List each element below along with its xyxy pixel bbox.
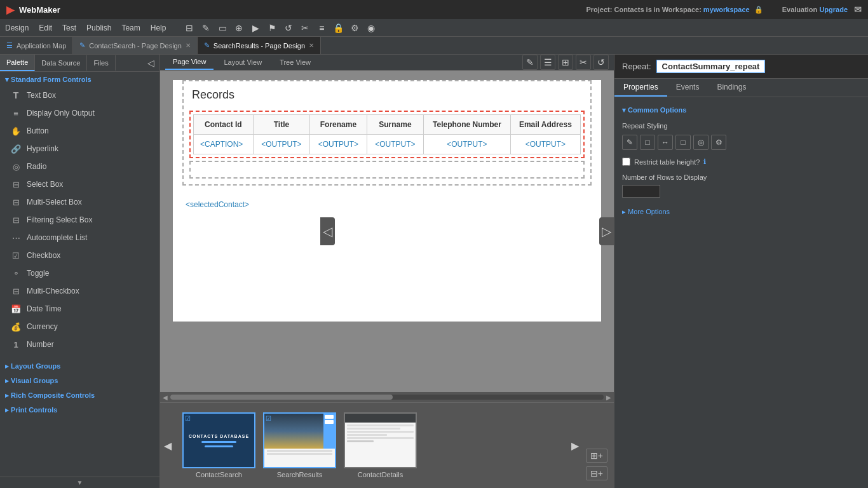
palette-scroll-down[interactable]: ▼ <box>0 477 159 488</box>
section-visual-groups[interactable]: Visual Groups <box>0 373 159 388</box>
workspace-link[interactable]: myworkspace <box>703 6 750 13</box>
right-tab-bindings[interactable]: Bindings <box>708 79 755 97</box>
canvas-tab-layout-view[interactable]: Layout View <box>216 55 269 69</box>
cell-output-1[interactable]: <OUTPUT> <box>253 135 309 154</box>
palette-item-multiselect[interactable]: ⊟ Multi-Select Box <box>0 193 159 211</box>
palette-tab-files[interactable]: Files <box>87 55 115 71</box>
cell-output-2[interactable]: <OUTPUT> <box>310 135 367 154</box>
palette-tab-datasource[interactable]: Data Source <box>35 55 87 71</box>
cell-output-4[interactable]: <OUTPUT> <box>424 135 511 154</box>
menu-test[interactable]: Test <box>62 24 76 32</box>
palette-item-datetime[interactable]: 📅 Date Time <box>0 300 159 318</box>
menu-help[interactable]: Help <box>151 24 166 32</box>
palette-item-selectbox[interactable]: ⊟ Select Box <box>0 175 159 193</box>
style-icon-pencil[interactable]: ✎ <box>622 135 637 150</box>
style-icon-gear[interactable]: ⚙ <box>711 135 726 150</box>
canvas-right-handle[interactable]: ▷ <box>599 217 614 245</box>
num-rows-input[interactable] <box>622 185 660 198</box>
canvas-left-handle[interactable]: ◁ <box>320 217 335 245</box>
section-rich-composite[interactable]: Rich Composite Controls <box>0 388 159 402</box>
right-tab-properties[interactable]: Properties <box>614 79 667 97</box>
hscroll-thumb[interactable] <box>170 395 393 400</box>
style-icon-square[interactable]: □ <box>640 135 655 150</box>
multiselect-icon: ⊟ <box>10 196 22 208</box>
menu-team[interactable]: Team <box>121 24 140 32</box>
toolbar-lock[interactable]: 🔒 <box>331 21 345 35</box>
canvas-tb-refresh[interactable]: ↺ <box>593 55 609 70</box>
toolbar-sitemap[interactable]: ⊕ <box>232 21 246 35</box>
selected-contact[interactable]: <selectedContact> <box>173 195 601 214</box>
palette-tab-palette[interactable]: Palette <box>0 55 35 71</box>
thumb-add-page-btn[interactable]: ⊞+ <box>586 449 607 463</box>
section-layout-groups[interactable]: Layout Groups <box>0 358 159 373</box>
palette-item-button[interactable]: ✋ Button <box>0 122 159 140</box>
common-options-section[interactable]: Common Options <box>622 104 860 117</box>
section-print-controls[interactable]: Print Controls <box>0 402 159 417</box>
toolbar-display[interactable]: ▭ <box>215 21 229 35</box>
palette-item-number[interactable]: 1 Number <box>0 336 159 353</box>
palette-item-display-only[interactable]: ≡ Display Only Output <box>0 104 159 122</box>
restrict-height-checkbox[interactable] <box>622 158 630 166</box>
canvas-tb-brush[interactable]: ✂ <box>576 55 591 70</box>
style-icon-arrow[interactable]: ↔ <box>658 135 673 150</box>
canvas-tb-rows[interactable]: ☰ <box>540 55 555 70</box>
palette-item-autocomplete[interactable]: ⋯ Autocomplete List <box>0 229 159 247</box>
bottom-section[interactable] <box>189 161 585 179</box>
canvas-tab-tree-view[interactable]: Tree View <box>272 55 318 69</box>
toolbar-settings[interactable]: ⚙ <box>348 21 362 35</box>
hscroll-right-btn[interactable]: ▶ <box>606 394 611 401</box>
toolbar-dot[interactable]: ◉ <box>364 21 378 35</box>
cell-output-3[interactable]: <OUTPUT> <box>367 135 423 154</box>
style-icon-box[interactable]: □ <box>675 135 691 150</box>
tab-cs-close[interactable]: ✕ <box>186 42 191 49</box>
tab-app-icon: ☰ <box>6 41 13 50</box>
table-data-row[interactable]: <CAPTION> <OUTPUT> <OUTPUT> <OUTPUT> <OU… <box>194 135 581 154</box>
more-options-section[interactable]: ▸ More Options <box>622 200 860 224</box>
palette-item-currency[interactable]: 💰 Currency <box>0 318 159 336</box>
repeat-styling-label: Repeat Styling <box>622 117 860 132</box>
thumb-add-template-btn[interactable]: ⊟+ <box>586 466 607 480</box>
toolbar-run[interactable]: ▶ <box>248 21 262 35</box>
right-tab-events[interactable]: Events <box>667 79 709 97</box>
restrict-height-info[interactable]: ℹ <box>703 158 706 166</box>
toolbar-refresh[interactable]: ↺ <box>281 21 295 35</box>
thumb-search-results[interactable]: ☑ SearchResults <box>263 412 336 478</box>
palette-item-radio[interactable]: ◎ Radio <box>0 158 159 175</box>
tab-contact-search[interactable]: ✎ ContactSearch - Page Design ✕ <box>73 37 198 54</box>
toolbar-debug[interactable]: ⚑ <box>265 21 279 35</box>
toolbar-edit[interactable]: ✎ <box>199 21 213 35</box>
thumb-next-btn[interactable]: ▶ <box>571 440 579 452</box>
thumb-prev-btn[interactable]: ◀ <box>164 440 172 452</box>
canvas-tb-cols[interactable]: ⊞ <box>558 55 573 70</box>
palette-item-textbox[interactable]: T Text Box <box>0 86 159 104</box>
cell-caption[interactable]: <CAPTION> <box>194 135 254 154</box>
cell-output-5[interactable]: <OUTPUT> <box>510 135 580 154</box>
canvas-tb-pencil[interactable]: ✎ <box>522 55 538 70</box>
palette-item-toggle[interactable]: ⚬ Toggle <box>0 264 159 282</box>
tab-sr-close[interactable]: ✕ <box>309 42 314 49</box>
palette-item-hyperlink[interactable]: 🔗 Hyperlink <box>0 140 159 158</box>
upgrade-link[interactable]: Upgrade <box>819 6 848 13</box>
repeat-block[interactable]: Contact Id Title Forename Surname Teleph… <box>189 111 585 158</box>
canvas-tab-page-view[interactable]: Page View <box>165 55 214 70</box>
menu-edit[interactable]: Edit <box>39 24 52 32</box>
section-standard-form[interactable]: Standard Form Controls <box>0 72 159 86</box>
palette-collapse-btn[interactable]: ◁ <box>142 55 159 71</box>
toolbar-list[interactable]: ≡ <box>315 21 329 35</box>
tab-application-map[interactable]: ☰ Application Map <box>0 37 73 54</box>
tab-search-results[interactable]: ✎ SearchResults - Page Design ✕ <box>198 37 321 54</box>
hscroll-left-btn[interactable]: ◀ <box>163 394 168 401</box>
email-icon[interactable]: ✉ <box>854 4 862 15</box>
thumb-contact-details[interactable]: ContactDetails <box>344 412 417 478</box>
style-icon-circle[interactable]: ◎ <box>693 135 709 150</box>
toolbar-save[interactable]: ⊟ <box>182 21 196 35</box>
toolbar-cut[interactable]: ✂ <box>298 21 312 35</box>
palette-item-filtering-select[interactable]: ⊟ Filtering Select Box <box>0 211 159 229</box>
thumb-contact-search[interactable]: ☑ CONTACTS DATABASE ContactSearch <box>182 412 255 478</box>
palette-item-multicheckbox[interactable]: ⊟ Multi-Checkbox <box>0 282 159 300</box>
menu-publish[interactable]: Publish <box>86 24 111 32</box>
menu-design[interactable]: Design <box>5 24 29 32</box>
canvas-hscrollbar[interactable]: ◀ ▶ <box>160 392 614 402</box>
palette-item-checkbox[interactable]: ☑ Checkbox <box>0 247 159 264</box>
hscroll-track[interactable] <box>170 395 604 400</box>
